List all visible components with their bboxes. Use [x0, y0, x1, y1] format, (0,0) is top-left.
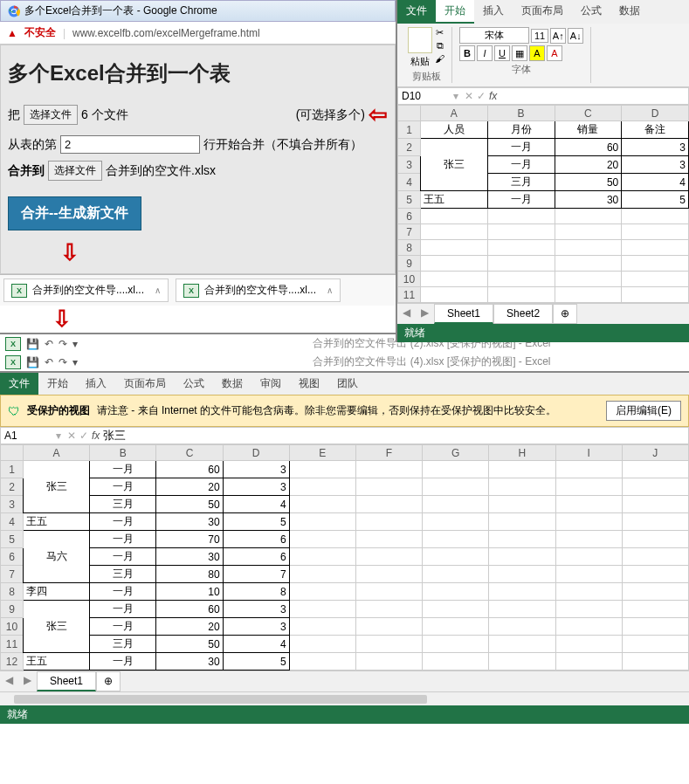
tab-insert[interactable]: 插入: [77, 373, 115, 395]
sheet-nav-right-icon[interactable]: ▶: [416, 304, 434, 324]
tab-file[interactable]: 文件: [0, 373, 38, 395]
excel-file-icon: X: [183, 284, 199, 298]
increase-font-icon[interactable]: A↑: [550, 28, 566, 44]
browser-tab: 多个Excel合并到一个表 - Google Chrome: [0, 0, 396, 22]
insecure-label: 不安全: [24, 25, 56, 40]
cut-icon[interactable]: ✂: [435, 27, 444, 38]
save-icon[interactable]: 💾: [26, 338, 39, 350]
protected-message: 请注意 - 来自 Internet 的文件可能包含病毒。除非您需要编辑，否则保持…: [97, 403, 556, 418]
sheet-tab-bottom[interactable]: Sheet1: [37, 671, 96, 691]
arrow-left-icon: ⇦: [369, 101, 388, 128]
sheet-nav-left-icon[interactable]: ◀: [0, 671, 18, 691]
tab-home[interactable]: 开始: [436, 0, 474, 24]
border-button[interactable]: ▦: [512, 45, 527, 61]
multi-hint: (可选择多个): [296, 107, 365, 123]
fx-icon[interactable]: fx: [489, 90, 497, 102]
file-count: 6 个文件: [81, 107, 128, 123]
decrease-font-icon[interactable]: A↓: [568, 28, 583, 44]
chevron-up-icon[interactable]: ∧: [327, 285, 333, 295]
excel-bottom-window: 文件 开始 插入 页面布局 公式 数据 审阅 视图 团队 🛡 受保护的视图 请注…: [0, 371, 689, 724]
tab-view[interactable]: 视图: [290, 373, 328, 395]
window-title-2: 合并到的空文件导出 (4).xlsx [受保护的视图] - Excel: [175, 353, 689, 371]
choose-file-button[interactable]: 选择文件: [24, 105, 78, 125]
undo-icon[interactable]: ↶: [45, 338, 53, 350]
tab-title: 多个Excel合并到一个表 - Google Chrome: [24, 3, 217, 18]
page-content: 多个Excel合并到一个表 把 选择文件 6 个文件 (可选择多个) ⇦ 从表的…: [0, 45, 396, 274]
page-heading: 多个Excel合并到一个表: [8, 59, 388, 87]
cancel-formula-icon[interactable]: ✕: [67, 430, 76, 442]
name-box[interactable]: [398, 88, 451, 104]
download-item-1[interactable]: X 合并到的空文件导....xl... ∧: [3, 279, 169, 302]
merge-button[interactable]: 合并--生成新文件: [8, 196, 141, 230]
arrow-down-icon-2: ⇩: [52, 306, 72, 332]
tab-home[interactable]: 开始: [38, 373, 77, 395]
save-icon[interactable]: 💾: [26, 356, 39, 368]
name-box-bottom[interactable]: [1, 428, 53, 444]
fx-icon[interactable]: fx: [92, 430, 100, 442]
merge-to-label: 合并到: [8, 163, 45, 179]
tab-formula[interactable]: 公式: [175, 373, 213, 395]
bold-button[interactable]: B: [459, 45, 475, 61]
insecure-icon: ▲: [7, 27, 17, 39]
protected-label: 受保护的视图: [27, 403, 90, 418]
fill-color-button[interactable]: A: [529, 45, 545, 61]
formula-bar-bottom[interactable]: [103, 430, 685, 443]
font-name-select[interactable]: 宋体: [459, 27, 529, 44]
excel-file-icon: X: [11, 284, 27, 298]
protected-view-banner: 🛡 受保护的视图 请注意 - 来自 Internet 的文件可能包含病毒。除非您…: [0, 395, 689, 427]
tab-data[interactable]: 数据: [213, 373, 251, 395]
add-sheet-button[interactable]: ⊕: [96, 671, 121, 691]
enable-editing-button[interactable]: 启用编辑(E): [606, 401, 681, 421]
worksheet-right[interactable]: ABCD1人员月份销量备注2张三一月6033一月2034三月5045王五一月30…: [397, 105, 689, 303]
font-color-button[interactable]: A: [547, 45, 562, 61]
worksheet-bottom[interactable]: ABCDEFGHIJ1张三一月6032一月2033三月5044王五一月3055马…: [0, 444, 689, 671]
font-size-select[interactable]: 11: [531, 29, 548, 43]
arrow-down-icon: ⇩: [60, 239, 79, 265]
from-row-input[interactable]: [60, 135, 200, 154]
tab-review[interactable]: 审阅: [251, 373, 290, 395]
horizontal-scrollbar[interactable]: [0, 691, 689, 705]
sheet-tab-2[interactable]: Sheet2: [493, 304, 553, 324]
excel-app-icon: X: [5, 355, 21, 369]
chevron-up-icon[interactable]: ∧: [155, 285, 161, 295]
sheet-nav-right-icon[interactable]: ▶: [18, 671, 37, 691]
tab-formula[interactable]: 公式: [572, 0, 610, 24]
redo-icon[interactable]: ↷: [59, 356, 67, 368]
accept-formula-icon[interactable]: ✓: [477, 90, 486, 102]
tab-layout[interactable]: 页面布局: [115, 373, 175, 395]
undo-icon[interactable]: ↶: [45, 356, 53, 368]
redo-icon[interactable]: ↷: [59, 338, 67, 350]
chrome-icon: [8, 5, 20, 17]
italic-button[interactable]: I: [477, 45, 493, 61]
tab-file[interactable]: 文件: [397, 0, 436, 24]
add-sheet-button[interactable]: ⊕: [553, 304, 577, 324]
tab-data[interactable]: 数据: [610, 0, 649, 24]
shield-icon: 🛡: [8, 404, 20, 418]
formula-bar[interactable]: [500, 90, 685, 103]
merge-to-file: 合并到的空文件.xlsx: [106, 163, 216, 179]
choose-target-button[interactable]: 选择文件: [48, 161, 102, 181]
from-row-prefix: 从表的第: [8, 137, 57, 153]
url-text: www.excelfb.com/excelMergeframe.html: [72, 27, 260, 39]
tab-team[interactable]: 团队: [328, 373, 367, 395]
underline-button[interactable]: U: [494, 45, 510, 61]
format-painter-icon[interactable]: 🖌: [435, 53, 444, 64]
download-item-2[interactable]: X 合并到的空文件导....xl... ∧: [176, 279, 341, 302]
sheet-nav-left-icon[interactable]: ◀: [397, 304, 416, 324]
paste-icon[interactable]: [408, 27, 432, 53]
tab-layout[interactable]: 页面布局: [513, 0, 572, 24]
from-row-suffix: 行开始合并（不填合并所有）: [203, 137, 362, 153]
ba-label: 把: [8, 107, 20, 123]
qat-dropdown-icon[interactable]: ▾: [72, 356, 78, 368]
cancel-formula-icon[interactable]: ✕: [465, 90, 473, 102]
qat-dropdown-icon[interactable]: ▾: [72, 338, 78, 350]
address-bar[interactable]: ▲ 不安全 | www.excelfb.com/excelMergeframe.…: [0, 22, 396, 45]
status-bar-right: 就绪: [397, 324, 689, 342]
copy-icon[interactable]: ⧉: [435, 40, 444, 52]
tab-insert[interactable]: 插入: [474, 0, 513, 24]
accept-formula-icon[interactable]: ✓: [79, 430, 88, 442]
excel-right-window: 文件 开始 插入 页面布局 公式 数据 粘贴 ✂ ⧉ 🖌 剪贴板: [396, 0, 689, 342]
excel-app-icon: X: [5, 337, 21, 351]
sheet-tab-1[interactable]: Sheet1: [434, 304, 493, 324]
status-bar-bottom: 就绪: [0, 705, 689, 724]
